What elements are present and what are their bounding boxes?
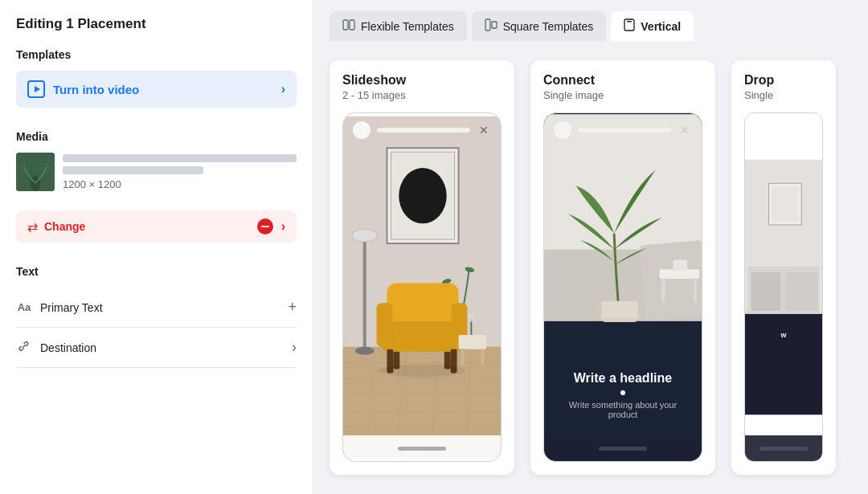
connect-content: Write a headline Write something about y…: [544, 355, 702, 435]
slideshow-subtitle: 2 - 15 images: [342, 89, 502, 101]
minus-icon: [257, 218, 273, 235]
text-label: Text: [16, 265, 297, 278]
templates-label: Templates: [16, 48, 297, 61]
connect-close-icon: ✕: [678, 123, 692, 137]
primary-text-row[interactable]: Aa Primary Text +: [16, 288, 297, 328]
drop-title: Drop: [744, 73, 823, 88]
media-bar-short: [63, 166, 203, 174]
video-icon: [27, 80, 45, 98]
chevron-right-change-icon: ›: [281, 219, 285, 234]
svg-rect-4: [485, 19, 490, 31]
svg-rect-7: [627, 21, 632, 22]
flexible-tab-icon: [342, 18, 355, 34]
svg-rect-52: [673, 259, 687, 271]
turn-into-video-button[interactable]: Turn into video ›: [16, 71, 297, 108]
slideshow-mockup: ✕: [342, 112, 502, 462]
svg-rect-3: [350, 20, 354, 30]
svg-rect-48: [601, 301, 638, 319]
connect-dot: [620, 390, 625, 395]
drop-avatar: [755, 121, 769, 136]
slideshow-close-icon: ✕: [477, 123, 491, 137]
tab-vertical-label: Vertical: [641, 20, 681, 33]
slideshow-bottom-bar: [343, 435, 501, 461]
svg-text:w: w: [780, 331, 787, 339]
svg-point-23: [352, 229, 378, 242]
square-tab-icon: [485, 18, 497, 34]
slideshow-top-bar: ✕: [343, 113, 501, 147]
connect-bottom-pill: [599, 447, 647, 451]
svg-rect-50: [662, 279, 665, 303]
svg-rect-2: [343, 20, 348, 30]
svg-rect-51: [694, 279, 697, 303]
media-section: Media: [16, 130, 297, 191]
tab-vertical[interactable]: Vertical: [611, 11, 694, 41]
svg-rect-45: [640, 240, 702, 320]
connect-subtext: Write something about your product: [557, 400, 689, 419]
svg-point-21: [399, 168, 446, 223]
destination-row[interactable]: Destination ›: [16, 328, 297, 368]
change-label: Change: [44, 220, 85, 233]
tab-square[interactable]: Square Templates: [472, 11, 607, 41]
slideshow-line: [377, 128, 470, 133]
svg-rect-38: [459, 335, 487, 349]
tab-flexible[interactable]: Flexible Templates: [330, 11, 467, 41]
connect-bottom-bar: [544, 435, 702, 461]
connect-headline-text: Write a headline: [574, 371, 672, 386]
drop-bottom-pill: [760, 447, 808, 451]
chevron-right-icon: ›: [281, 82, 285, 96]
svg-rect-40: [481, 349, 484, 365]
drop-bottom-bar: [745, 435, 822, 461]
primary-text-label: Primary Text: [40, 301, 103, 314]
svg-point-24: [355, 347, 375, 355]
drop-top-bar: [745, 113, 822, 144]
change-icon: ⇄: [27, 219, 38, 235]
slideshow-avatar: [353, 121, 371, 139]
tab-square-label: Square Templates: [503, 20, 594, 33]
connect-line: [578, 128, 671, 133]
svg-rect-57: [785, 272, 818, 311]
slideshow-template-card[interactable]: Slideshow 2 - 15 images: [330, 60, 514, 475]
connect-top-bar: ✕: [544, 113, 702, 147]
drop-subtitle: Single: [744, 89, 823, 101]
vertical-tab-icon: [624, 18, 635, 34]
connect-subtitle: Single image: [543, 89, 702, 101]
destination-label: Destination: [40, 341, 96, 354]
drop-line: [776, 126, 813, 131]
plus-icon: +: [288, 299, 297, 316]
svg-rect-22: [363, 235, 366, 351]
templates-area: Slideshow 2 - 15 images: [313, 41, 868, 494]
media-bar-full: [63, 154, 297, 162]
svg-rect-39: [461, 349, 465, 365]
media-item: 1200 × 1200: [16, 153, 297, 191]
svg-point-42: [468, 314, 474, 322]
link-icon: [16, 340, 32, 356]
slideshow-title: Slideshow: [342, 73, 502, 88]
media-thumbnail: [16, 153, 55, 191]
chevron-right-destination-icon: ›: [292, 339, 297, 356]
drop-mockup: w: [744, 112, 823, 462]
connect-mockup: ✕ Write a headline Write something about…: [543, 112, 702, 462]
connect-template-card[interactable]: Connect Single image: [530, 60, 715, 475]
text-aa-icon: Aa: [16, 301, 32, 313]
svg-rect-59: [772, 186, 798, 222]
left-panel: Editing 1 Placement Templates Turn into …: [0, 0, 313, 494]
change-button[interactable]: ⇄ Change ›: [16, 210, 297, 243]
svg-rect-5: [492, 22, 497, 28]
drop-template-card[interactable]: Drop Single w: [731, 60, 836, 475]
connect-avatar: [554, 121, 571, 139]
tab-flexible-label: Flexible Templates: [361, 20, 454, 33]
media-size: 1200 × 1200: [63, 178, 297, 190]
media-label: Media: [16, 130, 297, 143]
svg-rect-31: [377, 303, 393, 346]
text-section: Text Aa Primary Text + Destination ›: [16, 265, 297, 368]
svg-rect-30: [382, 321, 463, 352]
svg-rect-54: [745, 314, 822, 415]
right-panel: Flexible Templates Square Templates Vert…: [313, 0, 868, 494]
template-tabs: Flexible Templates Square Templates Vert…: [313, 0, 868, 41]
svg-point-37: [379, 365, 466, 378]
turn-into-video-label: Turn into video: [53, 83, 139, 96]
connect-title: Connect: [543, 73, 702, 88]
slideshow-bottom-pill: [398, 447, 446, 451]
svg-rect-56: [751, 272, 780, 311]
page-title: Editing 1 Placement: [16, 16, 297, 32]
